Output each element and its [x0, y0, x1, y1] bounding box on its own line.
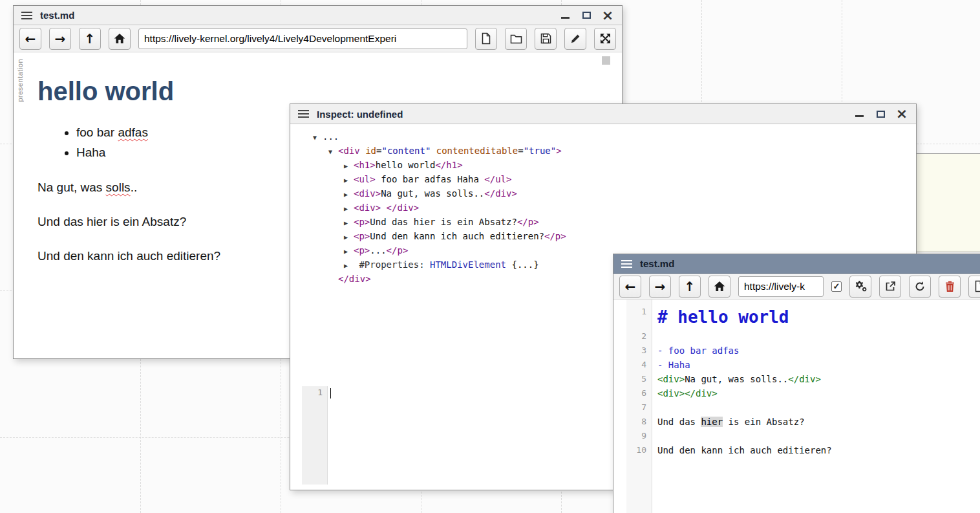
tree-node[interactable]: ▶<h1>hello world</h1>	[290, 158, 916, 172]
save-button[interactable]	[535, 28, 557, 50]
menu-icon[interactable]	[621, 260, 632, 268]
tree-node[interactable]: ▶<ul> foo bar adfas Haha </ul>	[290, 172, 916, 186]
text-segment: </div>	[484, 188, 517, 199]
tree-toggle-icon[interactable]: ▼	[328, 145, 338, 159]
editor-line[interactable]: 5<div>Na gut, was solls..</div>	[626, 372, 980, 386]
text-segment: solls	[106, 180, 131, 194]
folder-icon	[510, 34, 522, 44]
text-segment: Und das hier is ein Absatz?	[37, 215, 186, 228]
text-segment: hello world	[376, 160, 436, 170]
line-number: 1	[302, 386, 327, 397]
forward-button[interactable]: →	[649, 276, 671, 298]
editor-line[interactable]: 4- Haha	[626, 358, 980, 372]
editor-line[interactable]: 7	[626, 400, 980, 415]
text-segment	[381, 202, 386, 213]
text-segment: </div>	[387, 202, 420, 213]
new-file-button[interactable]	[968, 276, 980, 298]
close-button[interactable]: ×	[602, 10, 613, 21]
tree-toggle-icon[interactable]: ▶	[344, 230, 354, 245]
line-content: Und den kann ich auch editieren?	[652, 443, 832, 457]
open-external-button[interactable]	[879, 276, 901, 298]
editor-line[interactable]: 1# hello world	[626, 305, 980, 329]
open-folder-button[interactable]	[505, 28, 527, 50]
delete-button[interactable]	[939, 276, 961, 298]
close-button[interactable]: ×	[897, 109, 907, 119]
settings-button[interactable]	[849, 276, 871, 298]
minimize-button[interactable]	[854, 109, 864, 119]
up-button[interactable]: ↑	[79, 28, 101, 50]
editor-line[interactable]: 2	[626, 329, 980, 344]
option-checkbox[interactable]: ✓	[831, 281, 842, 292]
menu-icon[interactable]	[21, 12, 32, 19]
tree-toggle-icon[interactable]: ▶	[344, 188, 354, 202]
editor-line[interactable]: 9	[626, 429, 980, 443]
text-segment: "content"	[381, 146, 431, 156]
tree-node[interactable]: ▶<p>Und das hier is ein Absatz?</p>	[290, 215, 916, 229]
text-segment: - foo bar adfas	[657, 345, 739, 356]
maximize-button[interactable]	[875, 109, 886, 119]
minimize-button[interactable]	[560, 10, 570, 21]
reload-button[interactable]	[909, 276, 931, 298]
text-segment: #Properties:	[354, 259, 430, 270]
back-button[interactable]: ←	[19, 28, 41, 50]
trash-icon	[945, 281, 955, 292]
tree-node[interactable]: ▼...	[290, 129, 916, 144]
menu-icon[interactable]	[298, 110, 309, 118]
edit-button[interactable]	[564, 28, 586, 50]
tree-toggle-icon[interactable]: ▼	[313, 131, 323, 145]
maximize-button[interactable]	[581, 10, 591, 21]
fullscreen-button[interactable]	[594, 28, 616, 50]
home-button[interactable]	[708, 276, 730, 298]
forward-button[interactable]: →	[49, 28, 71, 50]
text-segment: Und den kann ich auch editieren?	[37, 249, 220, 263]
line-number: 4	[626, 358, 652, 372]
text-segment: id	[365, 146, 376, 156]
line-number: 10	[626, 443, 652, 457]
tree-node[interactable]: ▶<p>Und den kann ich auch editieren?</p>	[290, 229, 916, 243]
editor-line[interactable]: 3- foo bar adfas	[626, 344, 980, 358]
url-input[interactable]	[138, 28, 467, 49]
editor-line[interactable]: 6<div></div>	[626, 386, 980, 400]
scrollbar-handle[interactable]	[602, 56, 610, 65]
text-segment: foo bar	[76, 126, 118, 139]
text-segment: </h1>	[435, 160, 462, 170]
maximize-icon	[582, 12, 591, 19]
gears-icon	[854, 280, 868, 292]
text-segment: contenteditable	[436, 146, 518, 156]
line-number: 6	[626, 386, 652, 400]
titlebar[interactable]: test.md	[613, 254, 980, 274]
line-number: 5	[626, 372, 652, 386]
titlebar[interactable]: Inspect: undefined ×	[290, 104, 916, 124]
source-editor[interactable]: 1# hello world23- foo bar adfas4- Haha5<…	[613, 300, 980, 513]
pencil-icon	[570, 33, 581, 44]
text-segment: </p>	[544, 231, 566, 241]
tree-node[interactable]: ▼<div id="content" contenteditable="true…	[290, 144, 916, 158]
window-controls: ×	[560, 10, 614, 21]
tree-node[interactable]: ▶<div> </div>	[290, 201, 916, 215]
tree-toggle-icon[interactable]: ▶	[344, 173, 354, 188]
file-icon	[974, 280, 980, 292]
home-button[interactable]	[109, 28, 131, 50]
back-button[interactable]: ←	[619, 276, 641, 298]
text-segment: ..	[131, 180, 138, 194]
line-number: 7	[626, 400, 652, 415]
url-input[interactable]	[738, 276, 824, 297]
text-segment: <ul>	[354, 174, 376, 184]
home-icon	[114, 33, 125, 44]
tree-toggle-icon[interactable]: ▶	[344, 216, 354, 230]
titlebar[interactable]: test.md ×	[14, 6, 622, 25]
new-file-button[interactable]	[475, 28, 497, 50]
tree-toggle-icon[interactable]: ▶	[344, 159, 354, 173]
minimize-icon	[855, 115, 864, 117]
editor-gutter: 1	[302, 386, 328, 485]
line-content: # hello world	[652, 305, 789, 329]
line-content: Und das hier is ein Absatz?	[652, 415, 805, 429]
window-title: Inspect: undefined	[317, 109, 403, 120]
tree-toggle-icon[interactable]: ▶	[344, 202, 354, 216]
editor-line[interactable]: 10Und den kann ich auch editieren?	[626, 443, 980, 457]
tree-node[interactable]: ▶<div>Na gut, was solls..</div>	[290, 186, 916, 201]
editor-line[interactable]: 8Und das hier is ein Absatz?	[626, 415, 980, 429]
up-button[interactable]: ↑	[679, 276, 701, 298]
tree-toggle-icon[interactable]: ▶	[344, 245, 354, 259]
tree-toggle-icon[interactable]: ▶	[344, 259, 354, 273]
